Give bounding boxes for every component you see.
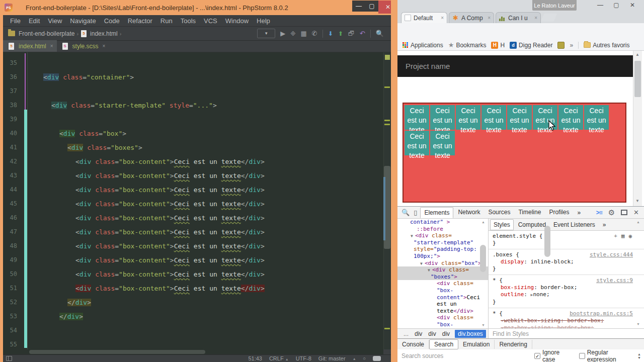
menu-item-view[interactable]: View [44, 17, 66, 25]
breadcrumb-file[interactable]: index.html [90, 30, 118, 37]
scroll-up-icon[interactable]: ▲ [481, 220, 485, 224]
dom-scrollbar-thumb[interactable] [480, 245, 486, 272]
dom-breadcrumb-div[interactable]: div [428, 330, 436, 337]
maximize-button[interactable]: ▢ [365, 1, 378, 12]
dom-tree-row[interactable]: "box- [397, 321, 488, 328]
find-in-styles-input[interactable] [488, 328, 644, 338]
dom-tree-row[interactable]: "boxes"> [397, 274, 488, 281]
scroll-down-icon[interactable]: ▼ [635, 199, 639, 203]
code-line[interactable]: 38<div class="starter-template" style=".… [3, 98, 383, 112]
editor-tab-index.html[interactable]: 5index.html× [3, 40, 57, 52]
breadcrumb-project[interactable]: Front-end-boilerplate [19, 30, 74, 37]
css-rule[interactable]: * {bootstrap.min.css:5-webkit-box-sizing… [489, 308, 644, 328]
run-icon[interactable]: ▶ [280, 30, 285, 37]
css-property[interactable]: -moz-box-sizing: border-box; [493, 324, 644, 328]
vcs-commit-icon[interactable]: ⬆ [338, 30, 343, 37]
css-property[interactable]: -webkit-box-sizing: border-box; [493, 317, 644, 324]
drawer-toggle-icon[interactable]: >≡ [596, 209, 602, 216]
sidebar-tab-styles[interactable]: Styles [490, 219, 514, 230]
code-line[interactable]: 47<div class="box-content">Ceci est un t… [3, 225, 383, 239]
scroll-up-icon[interactable]: ▲ [635, 52, 639, 57]
line-ending-selector[interactable]: CRLF ▲ [269, 355, 289, 361]
css-property[interactable]: outline: ▶none; [493, 291, 644, 299]
code-line[interactable]: 51<div class="box-content">Ceci est un t… [3, 281, 383, 295]
drawer-tab-rendering[interactable]: Rendering [495, 340, 532, 349]
content-box[interactable]: Ceci est un texte [430, 105, 455, 130]
devtools-tab-elements[interactable]: Elements [420, 207, 453, 218]
new-rule-icon[interactable]: + [614, 233, 617, 240]
inspection-status-icon[interactable] [385, 55, 390, 60]
dom-tree-row[interactable]: ▼<div class="box"> [397, 260, 488, 267]
code-line[interactable]: 54 [3, 323, 383, 337]
devtools-tab-profiles[interactable]: Profiles [545, 207, 573, 218]
bookmark-bookmarks[interactable]: ★Bookmarks [448, 41, 487, 49]
vcs-update-icon[interactable]: ⬇ [328, 30, 333, 37]
profiler-icon[interactable]: ✆ [312, 30, 317, 37]
dom-breadcrumb-div[interactable]: div [442, 330, 450, 337]
code-line[interactable]: 49<div class="box-content">Ceci est un t… [3, 253, 383, 267]
code-line[interactable]: 43<div class="box-content">Ceci est un t… [3, 168, 383, 183]
dom-tree-row[interactable]: "box- [397, 287, 488, 294]
code-line[interactable]: 50<div class="box-content">Ceci est un t… [3, 267, 383, 281]
warning-stripe-mark[interactable] [384, 328, 390, 329]
close-tab-icon[interactable]: × [534, 15, 537, 21]
minimize-button[interactable]: — [352, 1, 365, 12]
css-property[interactable]: box-sizing: border-box; [493, 284, 644, 291]
menu-item-run[interactable]: Run [156, 17, 177, 25]
caret-position[interactable]: 51:43 [248, 355, 262, 361]
dom-tree-row[interactable]: ::before [397, 226, 488, 233]
dom-tree-row[interactable]: est un [397, 301, 488, 308]
device-mode-icon[interactable]: ▯ [414, 209, 417, 216]
devtools-tab-timeline[interactable]: Timeline [515, 207, 544, 218]
content-box[interactable]: Ceci est un texte [558, 105, 583, 130]
changes-icon[interactable]: 🗗 [348, 30, 355, 37]
drawer-tab-emulation[interactable]: Emulation [458, 340, 495, 349]
warning-stripe-mark[interactable] [384, 86, 390, 88]
code-line[interactable]: 41<div class="boxes"> [3, 140, 383, 154]
content-box[interactable]: Ceci est un texte [507, 105, 532, 130]
elements-dom-tree[interactable]: container" >::before▼<div class="starter… [397, 219, 488, 328]
code-line[interactable]: 40<div class="box"> [3, 126, 383, 140]
warning-stripe-mark[interactable] [384, 120, 390, 121]
coverage-icon[interactable]: ▦ [301, 30, 307, 37]
debug-icon[interactable]: 🞜 [290, 30, 295, 38]
page-navbar-title[interactable]: Project name [397, 62, 450, 70]
drawer-tab-console[interactable]: Console [397, 340, 429, 349]
encoding-selector[interactable]: UTF-8 [296, 355, 311, 361]
close-button[interactable]: ✕ [625, 0, 640, 10]
bookmark-cube[interactable] [557, 42, 565, 49]
bookmark-digg-reader[interactable]: dDigg Reader [510, 42, 552, 49]
bookmarks-overflow-chevron[interactable]: » [570, 42, 573, 49]
browser-tab-default[interactable]: Default× [401, 12, 447, 23]
profile-badge[interactable]: Le Raton Laveur [532, 0, 577, 11]
menu-item-file[interactable]: File [6, 17, 25, 25]
close-tab-icon[interactable]: × [488, 15, 491, 21]
lock-icon[interactable]: ○ [363, 356, 366, 361]
code-line[interactable]: 45<div class="box-content">Ceci est un t… [3, 197, 383, 211]
dom-breadcrumb-div-boxes[interactable]: div.boxes [455, 330, 486, 338]
menu-item-navigate[interactable]: Navigate [66, 17, 100, 25]
devtools-tab-sources[interactable]: Sources [485, 207, 514, 218]
editor-horizontal-scrollbar[interactable] [3, 349, 383, 354]
devtools-tabs-more[interactable]: » [574, 208, 584, 218]
hscrollbar-thumb[interactable] [29, 350, 205, 354]
content-box[interactable]: Ceci est un texte [430, 131, 455, 155]
spinner-arrows[interactable]: ▲▼ [637, 352, 644, 359]
menu-item-window[interactable]: Window [221, 17, 253, 25]
other-bookmarks[interactable]: Autres favoris [584, 42, 629, 49]
devtools-close-icon[interactable]: ✕ [633, 209, 639, 216]
content-box[interactable]: Ceci est un texte [405, 105, 429, 130]
dom-tree-row[interactable]: ▼<div class= [397, 266, 488, 274]
code-line[interactable]: 35 [3, 56, 383, 70]
code-line[interactable]: 42<div class="box-content">Ceci est un t… [3, 154, 383, 168]
css-rule[interactable]: * {style.css:9box-sizing: border-box;out… [489, 275, 644, 308]
regex-checkbox[interactable] [579, 353, 585, 359]
inspect-mode-icon[interactable]: ▦ [621, 233, 625, 240]
dom-tree-row[interactable]: 100px;"> [397, 253, 488, 260]
menu-item-tools[interactable]: Tools [177, 17, 200, 25]
menu-item-refactor[interactable]: Refactor [124, 17, 156, 25]
close-tab-icon[interactable]: × [441, 15, 444, 21]
undo-icon[interactable]: ↶ [360, 30, 365, 37]
css-rule[interactable]: element.style {+▦◉} [489, 231, 644, 249]
bookmark-applications[interactable]: Applications [403, 42, 443, 49]
